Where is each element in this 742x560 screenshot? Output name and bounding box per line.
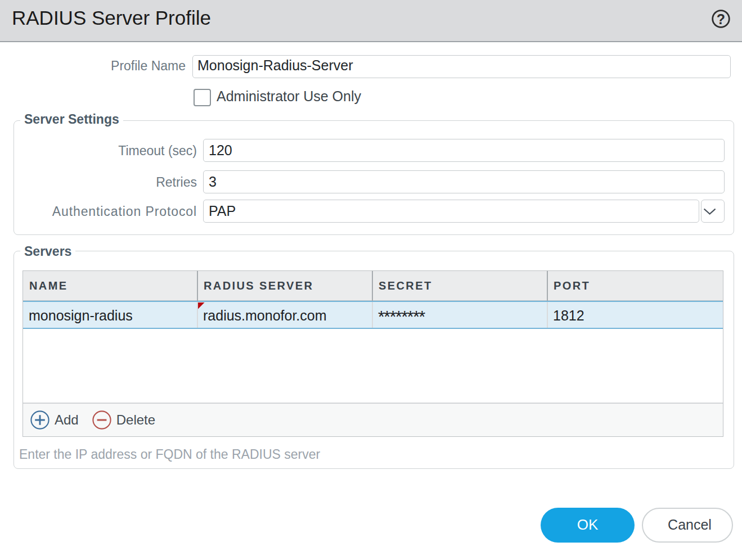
svg-text:?: ?: [717, 11, 725, 27]
